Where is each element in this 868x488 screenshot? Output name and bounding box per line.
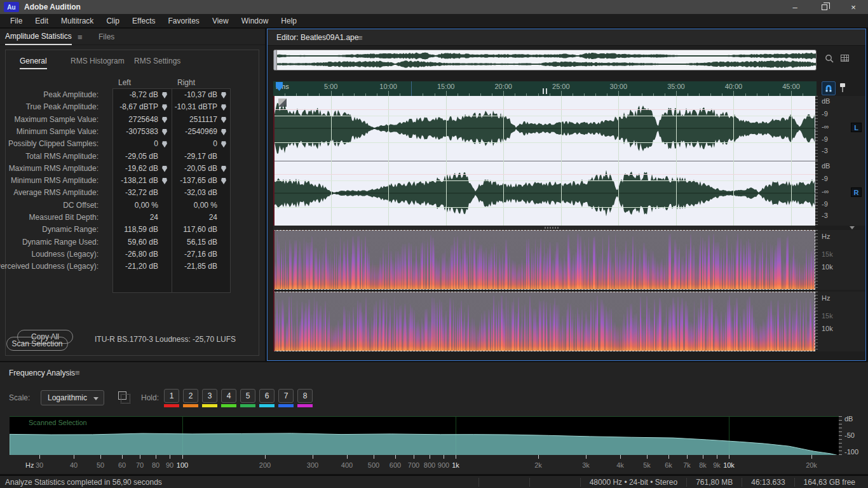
scale-dropdown[interactable]: Logarithmic [41, 390, 104, 405]
marker-pin-icon[interactable] [162, 104, 167, 111]
marker-pin-icon[interactable] [162, 166, 167, 172]
channel-badge-l[interactable]: L [851, 123, 862, 132]
marker-pin-icon[interactable] [221, 104, 226, 111]
menu-favorites[interactable]: Favorites [162, 14, 206, 27]
hz-scale-tick: 10k [822, 263, 833, 271]
collapse-arrow-icon[interactable] [850, 226, 855, 229]
x-axis-label: 6k [665, 461, 672, 469]
marker-tool-icon[interactable] [839, 83, 846, 95]
frequency-panel-menu-icon[interactable]: ≡ [75, 368, 80, 377]
column-header-right: Right [177, 78, 195, 87]
frequency-plot-y-axis: dB -50 -100 [839, 416, 868, 455]
marker-pin-icon[interactable] [221, 166, 226, 172]
spectrogram-left-channel[interactable] [273, 230, 815, 290]
waveform-overview-navigator[interactable] [273, 50, 817, 71]
close-button[interactable]: × [839, 0, 868, 14]
restore-button[interactable] [810, 0, 839, 14]
hold-button-4[interactable]: 4 [221, 389, 236, 403]
marker-pin-icon[interactable] [221, 141, 226, 147]
hold-button-5[interactable]: 5 [240, 389, 255, 403]
minimize-button[interactable]: – [780, 0, 810, 14]
editor-title: Editor: Beatles09A1.ape [276, 33, 358, 42]
menu-help[interactable]: Help [275, 14, 303, 27]
hold-button-8[interactable]: 8 [297, 389, 313, 403]
channel-badge-r[interactable]: R [851, 187, 862, 197]
hold-button-2[interactable]: 2 [183, 389, 198, 403]
ruler-label: 35:00 [667, 83, 685, 90]
marker-pin-icon[interactable] [221, 178, 226, 184]
hold-color-strip [259, 404, 275, 407]
x-axis-label: 300 [307, 461, 318, 469]
stat-value-left: 59,60 dB [115, 238, 158, 247]
overview-left-handle[interactable] [274, 50, 277, 70]
marker-pin-icon[interactable] [221, 117, 226, 123]
status-bar: Analyze Statistics completed in 56,90 se… [0, 475, 868, 488]
menu-view[interactable]: View [206, 14, 235, 27]
spectrogram-right-channel[interactable] [273, 292, 815, 351]
timeline-marker-icon[interactable] [546, 88, 547, 94]
x-axis-label: 1k [452, 461, 459, 469]
marker-pin-icon[interactable] [162, 92, 167, 98]
stat-row: Measured Bit Depth:2424 [6, 213, 259, 225]
menu-file[interactable]: File [4, 14, 29, 27]
frequency-plot[interactable]: Scanned Selection [10, 416, 839, 455]
ruler-label: 40:00 [725, 83, 743, 90]
hold-button-3[interactable]: 3 [202, 389, 217, 403]
tab-files[interactable]: Files [98, 29, 114, 45]
hold-color-strip [240, 404, 255, 407]
marker-pin-icon[interactable] [221, 92, 226, 98]
stat-row: True Peak Amplitude:-8,67 dBTP-10,31 dBT… [6, 102, 259, 114]
stat-value-left: 24 [115, 213, 158, 222]
grid-icon[interactable] [841, 55, 849, 62]
stat-value-left: -3075383 [115, 127, 158, 136]
copy-graph-icon[interactable] [118, 391, 126, 400]
timeline-marker-icon[interactable] [543, 88, 544, 94]
view-splitter[interactable] [273, 226, 815, 230]
tab-amplitude-statistics[interactable]: Amplitude Statistics [5, 29, 72, 45]
restore-icon [822, 4, 827, 10]
tab-general[interactable]: General [20, 57, 47, 69]
status-segment: 46:13.633 [742, 478, 794, 487]
stat-label: Dynamic Range: [0, 225, 98, 234]
hold-button-1[interactable]: 1 [164, 389, 179, 403]
menu-multitrack[interactable]: Multitrack [55, 14, 100, 27]
marker-pin-icon[interactable] [162, 117, 167, 123]
x-axis-label: 10k [723, 461, 735, 469]
marker-pin-icon[interactable] [162, 141, 167, 147]
timeline-ruler[interactable]: hms 5:0010:0015:0020:0025:0030:0035:0040… [273, 81, 817, 96]
amplitude-statistics-panel: Amplitude Statistics ≡ Files General RMS… [0, 29, 265, 361]
stat-label: Possibly Clipped Samples: [0, 139, 98, 148]
stat-value-right: 0 [174, 139, 217, 148]
stat-value-left: 0,00 % [115, 201, 158, 210]
marker-pin-icon[interactable] [162, 129, 167, 135]
marker-pin-icon[interactable] [221, 129, 226, 135]
stat-value-right: -21,85 dB [174, 262, 217, 271]
panel-tab-strip: Amplitude Statistics ≡ Files [0, 29, 265, 45]
marker-pin-icon[interactable] [162, 178, 167, 184]
snap-toggle[interactable] [822, 81, 836, 95]
stat-value-right: 24 [174, 213, 217, 222]
x-axis-label: 2k [534, 461, 542, 469]
hold-button-6[interactable]: 6 [259, 389, 275, 403]
stat-value-left: -8,67 dBTP [115, 102, 158, 111]
menu-clip[interactable]: Clip [100, 14, 126, 27]
hold-color-strip [297, 404, 313, 407]
menu-window[interactable]: Window [235, 14, 275, 27]
tab-rms-settings[interactable]: RMS Settings [134, 57, 180, 65]
db-scale-tick: -3 [822, 147, 828, 154]
stat-value-right: 0,00 % [174, 201, 217, 210]
panel-menu-icon[interactable]: ≡ [78, 29, 83, 45]
stat-value-right: -32,03 dB [174, 188, 217, 197]
menu-edit[interactable]: Edit [29, 14, 55, 27]
current-time-indicator[interactable] [273, 96, 275, 226]
stat-row: DC Offset:0,00 %0,00 % [6, 201, 259, 213]
zoom-navigate-icon[interactable] [824, 53, 834, 66]
waveform-display[interactable] [273, 96, 815, 226]
tab-rms-histogram[interactable]: RMS Histogram [71, 57, 125, 65]
stat-row: Peak Amplitude:-8,72 dB-10,37 dB [6, 90, 259, 102]
editor-menu-icon[interactable]: ≡ [358, 33, 363, 43]
menu-effects[interactable]: Effects [126, 14, 161, 27]
hold-button-7[interactable]: 7 [278, 389, 294, 403]
stat-row: Total RMS Amplitude:-29,05 dB-29,17 dB [6, 152, 259, 164]
scan-selection-button[interactable]: Scan Selection [6, 337, 68, 351]
